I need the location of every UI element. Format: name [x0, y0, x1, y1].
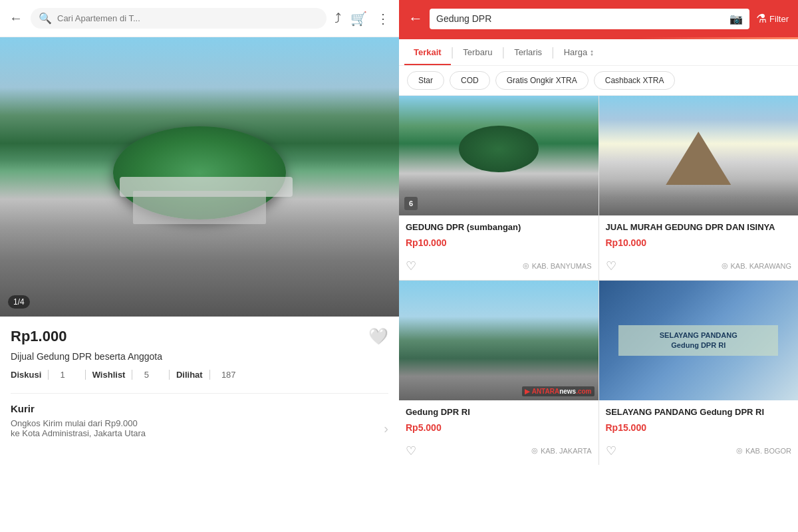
- card-price-4: Rp15.000: [606, 422, 792, 433]
- kurir-section: Kurir Ongkos Kirim mulai dari Rp9.000 ke…: [11, 393, 388, 438]
- chip-cod[interactable]: COD: [450, 71, 490, 90]
- card-footer-4: ♡ ◎ KAB. BOGOR: [599, 444, 799, 465]
- product-grid: 6 GEDUNG DPR (sumbangan) Rp10.000 ♡ ◎ KA…: [399, 96, 798, 465]
- more-options-icon[interactable]: ⋮: [376, 11, 390, 27]
- location-text-3: KAB. JAKARTA: [541, 447, 592, 455]
- card-img-sim-4: SELAYANG PANDANGGedung DPR RI: [599, 281, 799, 400]
- right-search-bar[interactable]: 📷: [430, 9, 749, 29]
- chip-cashback[interactable]: Cashback XTRA: [594, 71, 676, 90]
- location-icon-2: ◎: [722, 261, 728, 270]
- card-title-4: SELAYANG PANDANG Gedung DPR RI: [606, 407, 792, 418]
- back-button[interactable]: ←: [9, 11, 23, 26]
- location-icon-1: ◎: [523, 261, 529, 270]
- card-location-4: ◎ KAB. BOGOR: [736, 446, 791, 455]
- card-footer-1: ♡ ◎ KAB. BANYUMAS: [399, 259, 598, 280]
- location-text-2: KAB. KARAWANG: [731, 262, 791, 270]
- chips-row: Star COD Gratis Ongkir XTRA Cashback XTR…: [399, 66, 798, 96]
- product-stats: Diskusi 1 Wishlist 5 Dilihat 187: [11, 370, 388, 380]
- location-text-4: KAB. BOGOR: [745, 447, 791, 455]
- right-header: ← 📷 ⚗ Filter: [399, 0, 798, 37]
- card-wishlist-3[interactable]: ♡: [406, 444, 416, 458]
- filter-label: Filter: [769, 14, 789, 24]
- location-text-1: KAB. BANYUMAS: [532, 262, 592, 270]
- product-card-1[interactable]: 6 GEDUNG DPR (sumbangan) Rp10.000 ♡ ◎ KA…: [399, 96, 598, 280]
- filter-icon: ⚗: [756, 11, 767, 26]
- card-img-sim-1: 6: [399, 96, 598, 215]
- location-icon-3: ◎: [531, 446, 538, 455]
- left-panel: ← 🔍 ⤴ 🛒 ⋮ 1/4 Rp1.000 🤍 Dijual Gedung: [0, 0, 399, 532]
- share-icon[interactable]: ⤴: [334, 11, 341, 26]
- product-price: Rp1.000: [11, 328, 66, 345]
- product-main-image: [0, 37, 399, 317]
- card-title-1: GEDUNG DPR (sumbangan): [406, 222, 592, 233]
- left-header: ← 🔍 ⤴ 🛒 ⋮: [0, 0, 399, 37]
- card-img-sim-2: [599, 96, 799, 215]
- card-wishlist-2[interactable]: ♡: [606, 259, 616, 273]
- kurir-sub: ke Kota Administrasi, Jakarta Utara: [11, 428, 146, 438]
- card-price-3: Rp5.000: [406, 422, 592, 433]
- kurir-row[interactable]: Ongkos Kirim mulai dari Rp9.000 ke Kota …: [11, 418, 388, 438]
- product-card-2[interactable]: JUAL MURAH GEDUNG DPR DAN ISINYA Rp10.00…: [599, 96, 799, 280]
- card-body-3: Gedung DPR RI Rp5.000: [399, 400, 598, 444]
- right-search-input[interactable]: [436, 13, 724, 24]
- card-price-1: Rp10.000: [406, 237, 592, 248]
- product-card-4[interactable]: SELAYANG PANDANGGedung DPR RI SELAYANG P…: [599, 281, 799, 465]
- card-wishlist-4[interactable]: ♡: [606, 444, 616, 458]
- tab-terlaris[interactable]: Terlaris: [505, 39, 551, 65]
- card-body-2: JUAL MURAH GEDUNG DPR DAN ISINYA Rp10.00…: [599, 215, 799, 259]
- card-image-2: [599, 96, 799, 215]
- image-counter: 1/4: [8, 295, 30, 309]
- right-content: 6 GEDUNG DPR (sumbangan) Rp10.000 ♡ ◎ KA…: [399, 96, 798, 532]
- search-icon: 🔍: [39, 12, 52, 25]
- card-body-1: GEDUNG DPR (sumbangan) Rp10.000: [399, 215, 598, 259]
- card-title-3: Gedung DPR RI: [406, 407, 592, 418]
- location-icon-4: ◎: [736, 446, 743, 455]
- card-price-2: Rp10.000: [606, 237, 792, 248]
- dilihat-stat: Dilihat 187: [176, 370, 256, 380]
- card-title-2: JUAL MURAH GEDUNG DPR DAN ISINYA: [606, 222, 792, 233]
- kurir-arrow-icon[interactable]: ›: [384, 421, 388, 436]
- diskusi-stat: Diskusi 1: [11, 370, 86, 380]
- tab-terbaru[interactable]: Terbaru: [454, 39, 501, 65]
- card-footer-3: ♡ ◎ KAB. JAKARTA: [399, 444, 598, 465]
- camera-icon[interactable]: 📷: [730, 13, 743, 25]
- search-input[interactable]: [57, 13, 319, 23]
- price-row: Rp1.000 🤍: [11, 327, 388, 346]
- card-location-2: ◎ KAB. KARAWANG: [722, 261, 791, 270]
- search-bar[interactable]: 🔍: [31, 8, 327, 29]
- wishlist-button[interactable]: 🤍: [368, 327, 388, 346]
- chip-gratis[interactable]: Gratis Ongkir XTRA: [495, 71, 589, 90]
- card-footer-2: ♡ ◎ KAB. KARAWANG: [599, 259, 799, 280]
- wishlist-stat: Wishlist 5: [92, 370, 170, 380]
- card-image-3: ▶ ANTARAnews.com: [399, 281, 598, 400]
- right-panel: ← 📷 ⚗ Filter Terkait | Terbaru | Terlari…: [399, 0, 798, 532]
- card-body-4: SELAYANG PANDANG Gedung DPR RI Rp15.000: [599, 400, 799, 444]
- card-image-4: SELAYANG PANDANGGedung DPR RI: [599, 281, 799, 400]
- tab-harga[interactable]: Harga ↕: [555, 39, 604, 65]
- card-location-3: ◎ KAB. JAKARTA: [531, 446, 592, 455]
- cart-icon[interactable]: 🛒: [350, 11, 367, 27]
- channel-number: 6: [404, 197, 418, 210]
- card-img-sim-3: ▶ ANTARAnews.com: [399, 281, 598, 400]
- header-icons: ⤴ 🛒 ⋮: [334, 11, 390, 27]
- product-card-3[interactable]: ▶ ANTARAnews.com Gedung DPR RI Rp5.000 ♡…: [399, 281, 598, 465]
- tabs-row: Terkait | Terbaru | Terlaris | Harga ↕: [399, 39, 798, 66]
- product-title: Dijual Gedung DPR beserta Anggota: [11, 351, 388, 362]
- tab-terkait[interactable]: Terkait: [404, 39, 451, 65]
- book-cover-text: SELAYANG PANDANGGedung DPR RI: [618, 325, 778, 356]
- product-info: Rp1.000 🤍 Dijual Gedung DPR beserta Angg…: [0, 317, 399, 532]
- card-location-1: ◎ KAB. BANYUMAS: [523, 261, 592, 270]
- filter-button[interactable]: ⚗ Filter: [756, 11, 789, 26]
- product-image-container: 1/4: [0, 37, 399, 317]
- right-back-button[interactable]: ←: [408, 10, 423, 27]
- card-wishlist-1[interactable]: ♡: [406, 259, 416, 273]
- chip-star[interactable]: Star: [407, 71, 444, 90]
- kurir-title: Kurir: [11, 403, 388, 414]
- kurir-description: Ongkos Kirim mulai dari Rp9.000: [11, 418, 146, 428]
- card-image-1: 6: [399, 96, 598, 215]
